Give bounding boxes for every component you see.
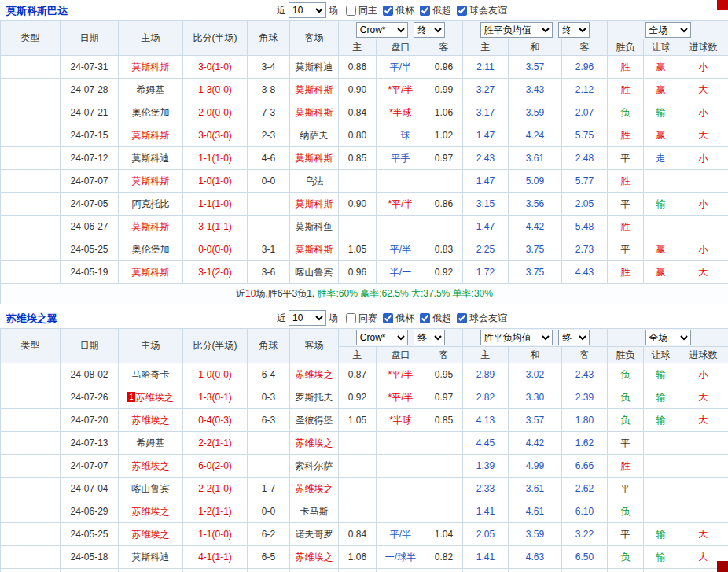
home-team-cell[interactable]: 莫斯科迪 xyxy=(119,546,183,569)
match-date: 24-07-04 xyxy=(61,478,119,500)
filter-checkbox-input[interactable] xyxy=(457,313,467,323)
away-team-cell[interactable]: 罗斯托夫 xyxy=(290,386,339,409)
result: 胜 xyxy=(608,124,644,147)
asian-final-select[interactable]: 终 xyxy=(414,330,445,345)
away-team-name: 诺夫哥罗 xyxy=(296,529,333,540)
eu-average-select[interactable]: 胜平负均值 xyxy=(480,330,553,345)
away-team-cell[interactable]: 苏维埃之 xyxy=(290,363,339,386)
home-team-cell[interactable]: 苏维埃之 xyxy=(119,409,183,432)
eu-home-odds: 1.39 xyxy=(463,455,509,478)
match-count-select[interactable]: 10 xyxy=(289,310,326,326)
away-team-cell[interactable]: 乌法 xyxy=(290,170,339,193)
filter-checkbox[interactable]: 俄杯 xyxy=(383,4,414,17)
goals-result: 大 xyxy=(678,409,728,432)
home-team-cell[interactable]: 莫斯科斯 xyxy=(119,216,183,238)
scope-select[interactable]: 全场 xyxy=(645,22,691,38)
filter-checkbox[interactable]: 俄超 xyxy=(420,312,451,325)
filter-checkbox-input[interactable] xyxy=(457,6,467,16)
corner-score: 0-0 xyxy=(248,500,290,523)
filter-checkbox-input[interactable] xyxy=(346,6,356,16)
home-team-cell[interactable]: 莫斯科迪 xyxy=(119,147,183,170)
home-team-cell[interactable]: 莫斯科斯 xyxy=(119,170,183,193)
score: 6-0(2-0) xyxy=(183,455,248,478)
away-team-cell[interactable]: 圣彼得堡 xyxy=(290,409,339,432)
corner-score: 6-5 xyxy=(248,546,290,569)
home-team-cell[interactable]: 奥伦堡加 xyxy=(119,101,183,124)
home-team-cell[interactable]: 莫斯科斯 xyxy=(119,56,183,79)
asian-home-odds xyxy=(339,432,377,455)
home-team-cell[interactable]: 苏维埃之 xyxy=(119,523,183,546)
handicap-result: 输 xyxy=(644,101,678,124)
home-team-cell[interactable]: 奥伦堡加 xyxy=(119,238,183,261)
col-corner: 角球 xyxy=(248,21,290,56)
away-team-cell[interactable]: 莫斯科鱼 xyxy=(290,216,339,238)
eu-home-odds: 3.15 xyxy=(463,193,509,216)
home-team-cell[interactable]: 莫斯科斯 xyxy=(119,124,183,147)
filter-checkbox[interactable]: 俄超 xyxy=(420,4,451,17)
away-team-cell[interactable]: 纳萨夫 xyxy=(290,124,339,147)
filter-checkbox-input[interactable] xyxy=(420,6,430,16)
filter-checkbox-input[interactable] xyxy=(346,313,356,323)
away-team-cell[interactable]: 诺夫哥罗 xyxy=(290,523,339,546)
col-away: 客场 xyxy=(290,21,339,56)
filter-checkbox-input[interactable] xyxy=(383,6,393,16)
score: 0-2(0-1) xyxy=(183,569,248,572)
home-team-cell[interactable]: 马哈奇卡 xyxy=(119,363,183,386)
eu-home-odds: 2.33 xyxy=(463,478,509,500)
score: 1-1(0-0) xyxy=(183,523,248,546)
home-team-cell[interactable]: 希姆基 xyxy=(119,432,183,455)
away-team-cell[interactable]: 莫斯科迪 xyxy=(290,56,339,79)
home-team-cell[interactable]: 莫斯科斯 xyxy=(119,261,183,284)
filter-checkbox[interactable]: 同主 xyxy=(346,4,377,17)
handicap-result xyxy=(644,500,678,523)
away-team-cell[interactable]: 索科尔萨 xyxy=(290,455,339,478)
away-team-cell[interactable]: 苏维埃之 xyxy=(290,478,339,500)
bookmaker-select[interactable]: Crow* xyxy=(356,22,408,38)
league-badge: 俄超 xyxy=(1,238,61,261)
match-row: 俄超 24-07-28 希姆基 1-3(0-0) 3-8 莫斯科斯 0.90 *… xyxy=(1,79,728,101)
asian-handicap: *平/半 xyxy=(377,79,425,101)
eu-average-select[interactable]: 胜平负均值 xyxy=(480,22,553,38)
scope-select[interactable]: 全场 xyxy=(645,330,691,345)
filter-checkbox[interactable]: 俄杯 xyxy=(383,312,414,325)
away-team-cell[interactable]: 喀山鲁宾 xyxy=(290,261,339,284)
score: 1-3(0-0) xyxy=(183,79,248,101)
home-team-cell[interactable]: 苏维埃之 xyxy=(119,569,183,572)
result: 负 xyxy=(608,500,644,523)
match-count-select[interactable]: 10 xyxy=(289,2,326,18)
away-team-cell[interactable]: 莫斯科斯 xyxy=(290,147,339,170)
eu-draw-odds: 3.59 xyxy=(509,523,562,546)
home-team-cell[interactable]: 1苏维埃之 xyxy=(119,386,183,409)
asian-home-odds: 0.90 xyxy=(339,193,377,216)
away-team-cell[interactable]: 莫斯科斯 xyxy=(290,238,339,261)
filter-checkbox[interactable]: 球会友谊 xyxy=(457,312,507,325)
home-team-cell[interactable]: 希姆基 xyxy=(119,79,183,101)
filter-checkbox-input[interactable] xyxy=(383,313,393,323)
corner-marker-bottom-right xyxy=(717,561,728,572)
asian-handicap xyxy=(377,170,425,193)
away-team-cell[interactable]: 莫斯科斯 xyxy=(290,101,339,124)
score: 1-1(1-0) xyxy=(183,193,248,216)
away-team-cell[interactable]: 苏维埃之 xyxy=(290,546,339,569)
filter-checkbox-input[interactable] xyxy=(420,313,430,323)
home-team-name: 莫斯科斯 xyxy=(132,175,170,186)
home-team-cell[interactable]: 苏维埃之 xyxy=(119,500,183,523)
eu-final-select[interactable]: 终 xyxy=(558,330,590,345)
away-team-cell[interactable]: 卡马斯 xyxy=(290,500,339,523)
asian-handicap xyxy=(377,432,425,455)
filter-checkbox[interactable]: 球会友谊 xyxy=(457,4,507,17)
away-team-cell[interactable]: 莫斯科斯 xyxy=(290,79,339,101)
away-team-cell[interactable]: 莫斯科斯 xyxy=(290,193,339,216)
result: 负 xyxy=(608,386,644,409)
home-team-cell[interactable]: 阿克托比 xyxy=(119,193,183,216)
away-team-cell[interactable]: 苏维埃之 xyxy=(290,432,339,455)
score: 3-1(1-1) xyxy=(183,216,248,238)
home-team-name: 莫斯科斯 xyxy=(132,130,170,141)
home-team-cell[interactable]: 苏维埃之 xyxy=(119,455,183,478)
bookmaker-select[interactable]: Crow* xyxy=(356,330,408,345)
away-team-cell[interactable]: 格罗兹尼 xyxy=(290,569,339,572)
asian-final-select[interactable]: 终 xyxy=(414,22,445,38)
home-team-cell[interactable]: 喀山鲁宾 xyxy=(119,478,183,500)
filter-checkbox[interactable]: 同赛 xyxy=(346,312,377,325)
eu-final-select[interactable]: 终 xyxy=(558,22,590,38)
